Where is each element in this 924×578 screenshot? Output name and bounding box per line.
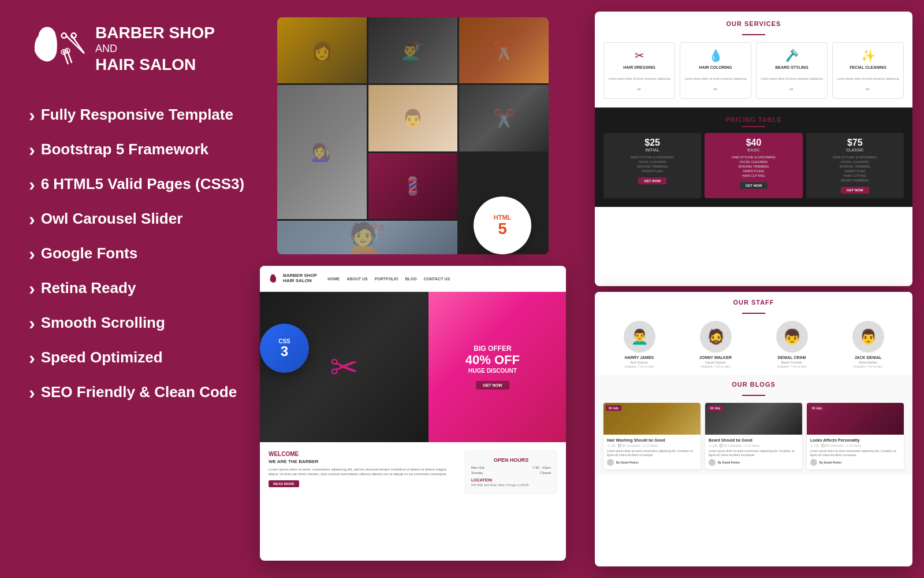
nav-portfolio[interactable]: PORTFOLIO [375,277,398,281]
blog-text-3: Lorem ipsum dolor sit amet consectetur a… [810,449,900,457]
price-feature-3-1: HAIR STYLING & GROOMING [810,155,900,159]
services-section: OUR SERVICES ✂ HAIR DRESSING Lorem ipsum… [595,12,912,108]
svg-point-2 [62,34,66,38]
feature-8: Speed Optimized [29,340,248,375]
hero-cta-button[interactable]: GET NOW [476,381,509,390]
blog-content-3: Looks Affects Personality 🖒 126 · 💬 30 C… [807,435,904,469]
author-name-3: By David Parker [819,461,841,464]
svg-line-5 [72,36,84,54]
denial-role: Beard Trimmer [756,361,828,364]
welcome-text-area: WELCOME WE ARE THE BARBER Lorem ipsum do… [269,451,456,494]
hair-coloring-icon: 💧 [683,49,748,62]
features-list: Fully Responsive Template Bootstrap 5 Fr… [29,98,248,410]
logo-area: BARBER SHOP And Hair Salon [29,23,248,75]
hero-offer: BIG OFFER [465,344,520,353]
services-grid: ✂ HAIR DRESSING Lorem ipsum dolor sit am… [603,42,904,99]
blog-text-1: Lorem ipsum dolor sit amet consectetur a… [607,449,697,457]
blog-date-1: 02 July [606,405,621,411]
photo-1: 👩 [277,17,367,83]
harry-hours: Available: 7 Am to 5pm [603,365,675,368]
welcome-subtitle: WE ARE THE BARBER [269,459,456,464]
staff-grid: 👨‍🦱 HARRY JAMES Hair Dresser Available: … [603,321,904,368]
service-desc-2: Lorem ipsum dolor sit amet consectur adi… [685,77,747,91]
price-amount-2: $40 [708,138,799,148]
blog-img-3: 02 July [807,403,904,435]
open-hours-title: OPEN HOURS [471,457,551,463]
price-btn-1[interactable]: GET NOW [638,177,666,184]
logo-icon [29,25,87,72]
feature-1: Fully Responsive Template [29,98,248,132]
pricing-divider [742,126,765,127]
price-basic: $40 BASIC HAIR STYLING & GROOMING FACIAL… [705,133,802,198]
service-desc-4: Lorem ipsum dolor sit amet consectur adi… [837,77,899,91]
denial-avatar: 👦 [776,321,808,353]
nav-about[interactable]: ABOUT US [346,277,368,281]
staff-section: OUR STAFF 👨‍🦱 HARRY JAMES Hair Dresser A… [595,292,912,375]
blog-date-3: 02 July [809,405,825,411]
welcome-body: Lorem ipsum dolor sit amet, consectetur … [269,467,456,477]
jonny-role: Facial Cleaner [680,361,751,364]
photo-6: ✂️ [459,85,549,151]
feature-2: Bootstrap 5 Framework [29,132,248,167]
mockup-hero: ✂ BIG OFFER 40% OFF HUGE DISCOUNT GET NO… [260,292,566,442]
website-mockup-area: BARBER SHOPHair Salon HOME ABOUT US PORT… [260,266,566,561]
harry-avatar: 👨‍🦱 [624,321,655,353]
pricing-grid: $25 INITIAL HAIR STYLING & GROOMING FACI… [603,133,904,198]
hair-dressing-icon: ✂ [607,49,672,62]
blogs-divider [742,395,765,396]
jack-avatar: 👨 [852,321,884,353]
blog-author-1: By David Parker [607,459,697,466]
price-feature-1-3: SHAVING TRIMMING [607,165,698,168]
blog-img-1: 02 July [603,403,701,435]
services-divider [742,34,765,35]
price-feature-2-1: HAIR STYLING & GROOMING [708,155,799,159]
blog-content-2: Beard Should be Good 🖒 126 · 💬 30 Commen… [705,435,802,469]
price-btn-2[interactable]: GET NOW [740,182,768,189]
author-name-2: By David Parker [718,461,740,464]
service-desc-3: Lorem ipsum dolor sit amet consectur adi… [761,77,823,91]
blog-date-2: 02 July [707,405,723,411]
pricing-title: PRICING TABLE [603,116,904,123]
jack-hours: Available: 7 Am to 5pm [832,365,904,368]
photo-8: 💇 [277,221,457,254]
blog-author-3: By David Parker [810,459,900,466]
staff-harry: 👨‍🦱 HARRY JAMES Hair Dresser Available: … [603,321,675,368]
location-title: LOCATION [471,478,551,482]
price-feature-3-6: BEARD TRIMMING [810,179,900,182]
location-address: 545 Willy Slat Road, West Chicago, IL 60… [471,483,551,487]
price-feature-2-3: SHAVING TRIMMING [708,165,799,168]
service-name-2: HAIR COLORING [683,65,748,69]
staff-jonny: 🧔 JONNY WALKER Facial Cleaner Available:… [680,321,751,368]
blog-content-1: Hair Washing Should be Good 🖒 126 · 💬 30… [603,435,701,469]
tool-icon: ✂ [330,347,359,387]
nav-contact[interactable]: CONTACT US [424,277,450,281]
css3-badge: CSS 3 [260,324,309,373]
author-avatar-1 [607,459,614,466]
service-facial-cleaning: ✨ FECIAL CLEANING Lorem ipsum dolor sit … [832,42,904,99]
left-panel: BARBER SHOP And Hair Salon Fully Respons… [0,0,277,578]
services-pricing-screen: OUR SERVICES ✂ HAIR DRESSING Lorem ipsum… [595,12,912,286]
price-btn-3[interactable]: GET NOW [841,187,869,194]
blog-1: 02 July Hair Washing Should be Good 🖒 12… [603,403,701,469]
price-classic: $75 CLASSIC HAIR STYLING & GROOMING FACI… [806,133,904,198]
hours-row-2: Sunday Closed [471,471,551,475]
service-name-4: FECIAL CLEANING [836,65,900,69]
html5-number: 5 [498,221,507,237]
staff-jack: 👨 JACK DENIAL Shine Barber Available: 7 … [832,321,904,368]
nav-blog[interactable]: BLOG [405,277,417,281]
blog-stats-3: 🖒 126 · 💬 30 Comments · ⏱ 10 Views [810,444,900,447]
welcome-read-more-btn[interactable]: READ MORE [269,480,299,487]
feature-6: Retina Ready [29,271,248,306]
price-feature-2-5: HAIR CUTTING [708,174,799,177]
blog-title-1: Hair Washing Should be Good [607,438,697,442]
logo-text: BARBER SHOP And Hair Salon [95,23,215,75]
right-panel: OUR SERVICES ✂ HAIR DRESSING Lorem ipsum… [589,0,924,578]
author-avatar-3 [810,459,817,466]
price-feature-3-4: HAIRSTYLING [810,169,900,173]
nav-home[interactable]: HOME [327,277,340,281]
price-plan-2: BASIC [708,148,799,152]
feature-4: Owl Carousel Slider [29,202,248,236]
author-avatar-2 [709,459,716,466]
feature-3: 6 HTML5 Valid Pages (CSS3) [29,167,248,202]
harry-name: HARRY JAMES [603,355,675,360]
